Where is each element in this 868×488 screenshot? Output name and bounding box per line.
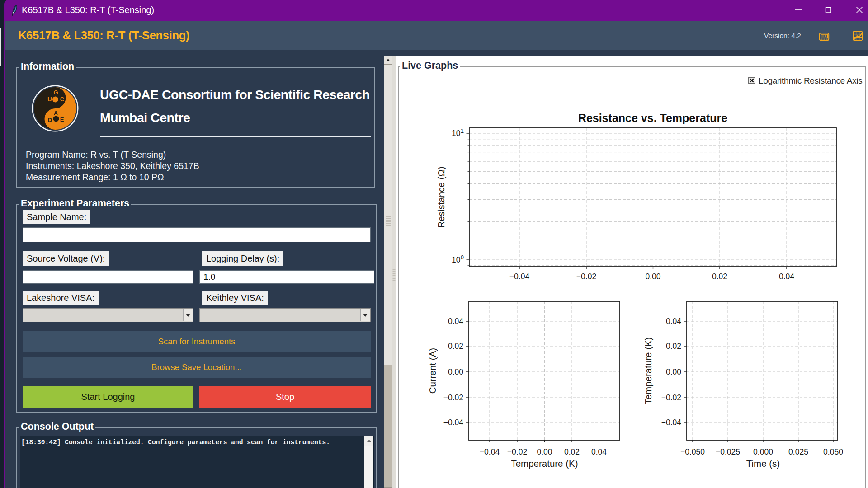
svg-text:0.00: 0.00	[448, 367, 463, 376]
svg-text:Time (s): Time (s)	[746, 458, 780, 469]
svg-text:0.04: 0.04	[666, 317, 681, 326]
svg-text:−0.025: −0.025	[716, 447, 740, 456]
svg-text:D: D	[48, 117, 52, 123]
svg-text:0: 0	[461, 254, 464, 261]
svg-text:E: E	[60, 116, 64, 123]
svg-text:0.00: 0.00	[537, 447, 552, 456]
svg-text:1: 1	[461, 128, 464, 134]
svg-text:0.02: 0.02	[666, 342, 681, 351]
svg-text:Resistance (Ω): Resistance (Ω)	[436, 166, 446, 228]
svg-text:−0.04: −0.04	[661, 418, 682, 427]
svg-text:0.04: 0.04	[779, 272, 794, 281]
svg-text:Temperature (K): Temperature (K)	[511, 458, 578, 469]
svg-text:−0.02: −0.02	[576, 272, 596, 281]
svg-text:Current (A): Current (A)	[427, 348, 438, 394]
svg-text:C: C	[60, 96, 65, 103]
svg-text:−0.04: −0.04	[480, 447, 500, 456]
svg-text:10: 10	[452, 255, 461, 264]
svg-text:0.000: 0.000	[753, 447, 773, 456]
svg-text:0.04: 0.04	[448, 317, 463, 326]
svg-text:0.02: 0.02	[564, 447, 580, 456]
svg-text:−0.02: −0.02	[443, 393, 463, 402]
svg-text:0.02: 0.02	[712, 272, 727, 281]
svg-text:A: A	[54, 110, 58, 117]
svg-text:−0.04: −0.04	[443, 418, 464, 427]
svg-text:G: G	[53, 89, 58, 96]
svg-text:Resistance vs. Temperature: Resistance vs. Temperature	[578, 112, 727, 124]
svg-text:−0.050: −0.050	[680, 447, 705, 456]
svg-text:0.02: 0.02	[448, 342, 463, 351]
svg-text:0.050: 0.050	[823, 447, 843, 456]
svg-text:0.00: 0.00	[645, 272, 660, 281]
svg-text:0.025: 0.025	[788, 447, 808, 456]
svg-text:U: U	[47, 96, 52, 103]
svg-text:0.04: 0.04	[591, 447, 607, 456]
svg-text:10: 10	[452, 129, 461, 138]
svg-text:−0.04: −0.04	[509, 272, 530, 281]
svg-text:0.00: 0.00	[666, 367, 681, 376]
svg-text:−0.02: −0.02	[661, 393, 681, 402]
svg-text:−0.02: −0.02	[507, 447, 527, 456]
svg-text:Temperature (K): Temperature (K)	[643, 337, 653, 404]
